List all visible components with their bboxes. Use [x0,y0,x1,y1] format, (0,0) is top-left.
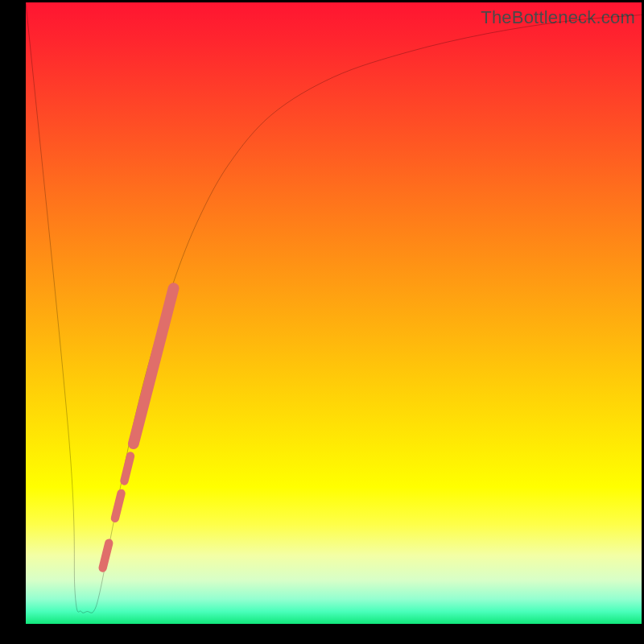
highlight-segment [103,543,109,568]
plot-area: TheBottleneck.com [26,2,642,624]
chart-frame: TheBottleneck.com [0,0,644,644]
highlight-segment [115,493,122,518]
curve-layer [26,2,642,624]
highlight-group [103,288,174,568]
bottleneck-curve-path [26,2,642,613]
highlight-segment [124,456,130,481]
highlight-segment [134,288,174,444]
